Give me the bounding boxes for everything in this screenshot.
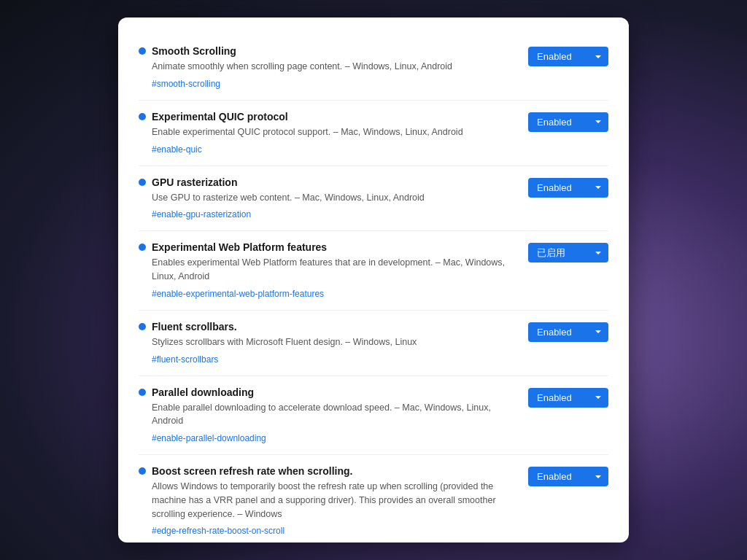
flag-title-row: Experimental QUIC protocol — [139, 111, 516, 122]
flag-item: Experimental Web Platform featuresEnable… — [139, 231, 608, 311]
flag-description: Enable parallel downloading to accelerat… — [152, 401, 516, 429]
flag-item: GPU rasterizationUse GPU to rasterize we… — [139, 166, 608, 232]
flag-title-row: Parallel downloading — [139, 386, 516, 398]
flag-left: Boost screen refresh rate when scrolling… — [139, 465, 516, 537]
flag-title-row: Smooth Scrolling — [139, 45, 516, 57]
flag-title: Boost screen refresh rate when scrolling… — [152, 465, 352, 477]
flag-title: GPU rasterization — [152, 176, 237, 188]
flag-description: Animate smoothly when scrolling page con… — [152, 60, 516, 74]
flags-panel: Smooth ScrollingAnimate smoothly when sc… — [118, 18, 629, 542]
flag-item: Experimental QUIC protocolEnable experim… — [139, 101, 608, 166]
flag-left: Smooth ScrollingAnimate smoothly when sc… — [139, 45, 516, 90]
flag-status-select[interactable]: DefaultEnabledDisabled — [528, 322, 608, 342]
flag-anchor-link[interactable]: #fluent-scrollbars — [152, 354, 218, 365]
flag-control: DefaultEnabledDisabled — [528, 322, 608, 342]
flag-item: Fluent scrollbars.Stylizes scrollbars wi… — [139, 311, 608, 376]
flag-dot — [139, 389, 146, 396]
flag-control: DefaultEnabledDisabled — [528, 112, 608, 132]
flag-dot — [139, 113, 146, 120]
flag-anchor-link[interactable]: #enable-quic — [152, 144, 202, 155]
flag-anchor-link[interactable]: #enable-parallel-downloading — [152, 433, 266, 443]
flag-status-select[interactable]: DefaultEnabledDisabled — [528, 178, 608, 198]
flag-left: Parallel downloadingEnable parallel down… — [139, 386, 516, 445]
flag-status-select[interactable]: DefaultEnabledDisabled — [528, 388, 608, 408]
flag-description: Allows Windows to temporarily boost the … — [152, 480, 516, 521]
flag-status-select[interactable]: DefaultEnabledDisabled已启用 — [528, 243, 608, 262]
flag-control: DefaultEnabledDisabled — [528, 388, 608, 408]
flag-left: Experimental QUIC protocolEnable experim… — [139, 111, 516, 155]
flag-dot — [139, 323, 146, 330]
flag-status-select[interactable]: DefaultEnabledDisabled — [528, 112, 608, 132]
flag-item: Parallel downloadingEnable parallel down… — [139, 376, 608, 456]
flag-dot — [139, 47, 146, 55]
flag-title-row: Experimental Web Platform features — [139, 241, 516, 253]
flag-description: Use GPU to rasterize web content. – Mac,… — [152, 191, 516, 205]
flag-control: DefaultEnabledDisabled — [528, 47, 608, 66]
flag-left: Experimental Web Platform featuresEnable… — [139, 241, 516, 300]
flag-anchor-link[interactable]: #edge-refresh-rate-boost-on-scroll — [152, 526, 285, 536]
flag-title: Fluent scrollbars. — [152, 321, 237, 332]
flag-description: Enable experimental QUIC protocol suppor… — [152, 125, 516, 139]
flag-dot — [139, 467, 146, 475]
flag-description: Stylizes scrollbars with Microsoft Fluen… — [152, 335, 516, 349]
flag-control: DefaultEnabledDisabled已启用 — [528, 243, 608, 262]
flag-left: GPU rasterizationUse GPU to rasterize we… — [139, 176, 516, 221]
flag-title-row: Boost screen refresh rate when scrolling… — [139, 465, 516, 477]
flag-title-row: GPU rasterization — [139, 176, 516, 188]
flag-title: Parallel downloading — [152, 386, 254, 398]
flag-control: DefaultEnabledDisabled — [528, 178, 608, 198]
flag-description: Enables experimental Web Platform featur… — [152, 256, 516, 284]
flag-title-row: Fluent scrollbars. — [139, 321, 516, 332]
flag-control: DefaultEnabledDisabled — [528, 467, 608, 486]
flag-left: Fluent scrollbars.Stylizes scrollbars wi… — [139, 321, 516, 365]
flag-dot — [139, 244, 146, 251]
flag-title: Smooth Scrolling — [152, 45, 236, 57]
flag-status-select[interactable]: DefaultEnabledDisabled — [528, 467, 608, 486]
flag-anchor-link[interactable]: #smooth-scrolling — [152, 79, 220, 89]
flag-dot — [139, 179, 146, 186]
flag-title: Experimental Web Platform features — [152, 241, 327, 253]
flag-anchor-link[interactable]: #enable-gpu-rasterization — [152, 209, 251, 219]
flag-title: Experimental QUIC protocol — [152, 111, 288, 122]
flag-anchor-link[interactable]: #enable-experimental-web-platform-featur… — [152, 289, 324, 299]
flag-status-select[interactable]: DefaultEnabledDisabled — [528, 47, 608, 66]
flag-item: Boost screen refresh rate when scrolling… — [139, 455, 608, 542]
flag-item: Smooth ScrollingAnimate smoothly when sc… — [139, 35, 608, 101]
